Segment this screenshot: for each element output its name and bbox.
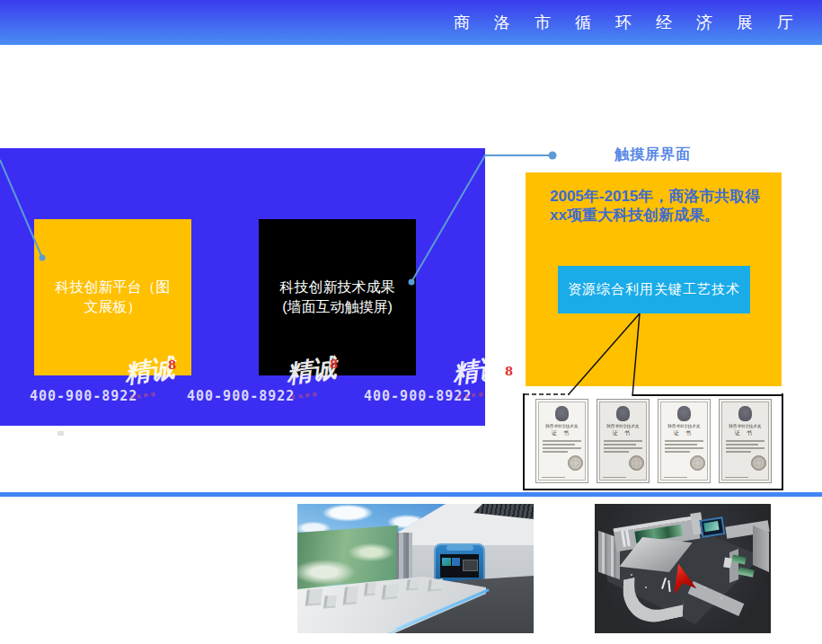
certificate-text-lines (536, 440, 588, 453)
national-emblem-icon (616, 406, 630, 421)
faint-artifact (57, 431, 64, 436)
model-building (364, 583, 376, 596)
screen-thumbnail (452, 558, 460, 566)
watermark-logo: 精诚文化科技 (451, 354, 521, 408)
technology-topic-button[interactable]: 资源综合利用关键工艺技术 (558, 266, 750, 313)
official-seal-icon (629, 455, 644, 471)
right-room-wall (729, 549, 738, 583)
title-banner: 商洛市循环经济展厅 (0, 0, 822, 45)
official-seal-icon (568, 455, 583, 471)
certificate-title: 陕西省科学技术奖 (599, 423, 645, 428)
certificate: 陕西省科学技术奖 证 书 (597, 399, 650, 483)
certificate-text-lines (658, 440, 710, 453)
touch-screen-mock-panel: 2005年-2015年，商洛市共取得 xx项重大科技创新成果。 资源综合利用关键… (526, 172, 782, 386)
touch-wall-label: 科技创新技术成果 (墙面互动触摸屏) (278, 278, 398, 316)
watermark-logo: 精诚文化科技 (285, 354, 355, 408)
graphic-board-box: 科技创新平台（图文展板） (34, 219, 191, 375)
certificate-footer-line (542, 477, 565, 479)
national-emblem-icon (677, 406, 691, 421)
slide-page: 商洛市循环经济展厅 科技创新平台（图文展板） 科技创新技术成果 (墙面互动触摸屏… (0, 0, 822, 644)
floor-light-speck (704, 587, 706, 588)
exhibition-hall-render-photo (297, 504, 534, 633)
certificate: 陕西省科学技术奖 证 书 (719, 399, 772, 483)
model-building (305, 588, 323, 605)
model-building (343, 586, 359, 604)
certificate-title: 陕西省科学技术奖 (538, 423, 584, 428)
screen-display (440, 554, 479, 578)
certificate-subtitle: 证 书 (536, 429, 588, 437)
callout-dot (549, 152, 557, 160)
wall-pillar (621, 531, 626, 547)
watermark-logo-text: 精诚 (451, 353, 505, 389)
watermark-phone: 400-900-8922 (187, 388, 295, 404)
touch-wall-box: 科技创新技术成果 (墙面互动触摸屏) (259, 219, 416, 375)
watermark-logo: 精诚文化科技 (123, 354, 193, 408)
watermark-phone: 400-900-8922 (30, 388, 137, 404)
certificate-title: 陕西省科学技术奖 (660, 423, 706, 428)
graphic-board-label: 科技创新平台（图文展板） (53, 278, 173, 316)
wall-pillar (625, 530, 631, 546)
right-wall (753, 525, 769, 572)
certificate-footer-line (664, 477, 687, 479)
section-divider-line (0, 492, 822, 497)
screen-header-tab (446, 545, 473, 551)
description-line1: 2005年-2015年，商洛市共取得 (550, 188, 760, 205)
exhibition-floorplan-render-photo (595, 504, 771, 633)
certificate-footer-line (725, 477, 748, 479)
hall-title: 商洛市循环经济展厅 (0, 0, 822, 45)
certificate: 陕西省科学技术奖 证 书 (535, 399, 588, 483)
certificate: 陕西省科学技术奖 证 书 (658, 399, 711, 483)
model-building (323, 595, 337, 608)
model-building (382, 584, 399, 599)
watermark-logo-subtext: 文化科技 (129, 392, 158, 400)
watermark-red-mark: 8 (330, 357, 338, 371)
wall-elevation-panel: 科技创新平台（图文展板） 科技创新技术成果 (墙面互动触摸屏) (0, 148, 485, 426)
watermark-logo-subtext: 文化科技 (457, 392, 486, 400)
touch-screen-caption: 触摸屏界面 (614, 146, 691, 164)
watermark-red-mark: 8 (168, 358, 176, 372)
certificate-subtitle: 证 书 (720, 429, 771, 437)
official-seal-icon (690, 455, 705, 471)
screen-thumbnail (442, 558, 451, 566)
certificate-text-lines (720, 440, 771, 453)
national-emblem-icon (555, 406, 569, 421)
certificate-subtitle: 证 书 (597, 429, 649, 437)
floor-light-speck (720, 597, 722, 599)
certificates-box: 陕西省科学技术奖 证 书 陕西省科学技术奖 证 书 陕西省科学技术奖 证 书 陕… (523, 393, 783, 490)
wall-screen (700, 516, 726, 538)
floor-light-speck (645, 587, 647, 588)
description-line2: xx项重大科技创新成果。 (550, 207, 720, 224)
official-seal-icon (751, 455, 766, 471)
floor-light-speck (631, 574, 632, 576)
model-building (406, 578, 420, 590)
national-emblem-icon (738, 406, 752, 421)
certificate-subtitle: 证 书 (658, 429, 710, 437)
certificate-text-lines (597, 440, 649, 453)
achievement-description: 2005年-2015年，商洛市共取得 xx项重大科技创新成果。 (550, 187, 770, 225)
screen-thumbnail (463, 560, 478, 571)
certificate-footer-line (603, 477, 626, 479)
watermark-logo-subtext: 文化科技 (291, 392, 320, 400)
watermark-red-mark: 8 (505, 365, 513, 378)
wall-column (396, 533, 412, 579)
model-building (428, 578, 443, 591)
certificate-title: 陕西省科学技术奖 (721, 423, 767, 428)
